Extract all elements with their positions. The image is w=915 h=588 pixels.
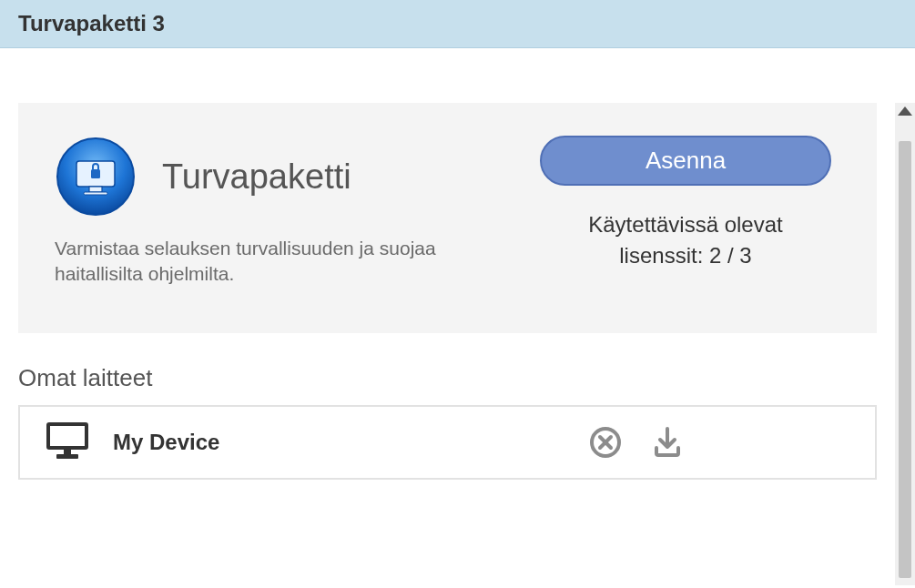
device-actions — [587, 424, 686, 461]
svg-rect-4 — [91, 169, 100, 178]
svg-rect-7 — [56, 454, 78, 459]
scroll-up-icon[interactable] — [898, 106, 912, 116]
content-wrapper: Turvapaketti Varmistaa selauksen turvall… — [0, 48, 915, 588]
product-description: Varmistaa selauksen turvallisuuden ja su… — [55, 236, 494, 288]
devices-heading: Omat laitteet — [18, 364, 877, 392]
product-header: Turvapaketti — [55, 136, 494, 218]
svg-rect-3 — [84, 192, 107, 195]
svg-rect-6 — [64, 448, 71, 454]
install-button[interactable]: Asenna — [540, 136, 831, 186]
product-actions: Asenna Käytettävissä olevat lisenssit: 2… — [531, 136, 840, 288]
scrollbar[interactable] — [895, 103, 915, 585]
license-line2: lisenssit: 2 / 3 — [588, 240, 782, 271]
remove-icon[interactable] — [587, 424, 624, 461]
main-content: Turvapaketti Varmistaa selauksen turvall… — [0, 48, 895, 588]
product-info: Turvapaketti Varmistaa selauksen turvall… — [55, 136, 494, 288]
license-line1: Käytettävissä olevat — [588, 209, 782, 240]
license-total: 3 — [739, 243, 751, 268]
scroll-thumb[interactable] — [899, 141, 911, 578]
device-row[interactable]: My Device — [18, 405, 877, 480]
device-name: My Device — [113, 430, 564, 455]
devices-section: Omat laitteet My Device — [18, 364, 877, 480]
license-info: Käytettävissä olevat lisenssit: 2 / 3 — [588, 209, 782, 270]
shield-lock-icon — [55, 136, 137, 218]
license-used: 2 — [709, 243, 721, 268]
product-card: Turvapaketti Varmistaa selauksen turvall… — [18, 103, 877, 333]
header-bar: Turvapaketti 3 — [0, 0, 915, 48]
svg-rect-5 — [48, 424, 86, 448]
svg-rect-2 — [89, 187, 102, 192]
product-title: Turvapaketti — [162, 157, 351, 197]
license-line2-prefix: lisenssit: — [619, 243, 709, 268]
monitor-icon — [46, 421, 89, 463]
page-title: Turvapaketti 3 — [18, 11, 897, 36]
download-icon[interactable] — [649, 424, 686, 461]
